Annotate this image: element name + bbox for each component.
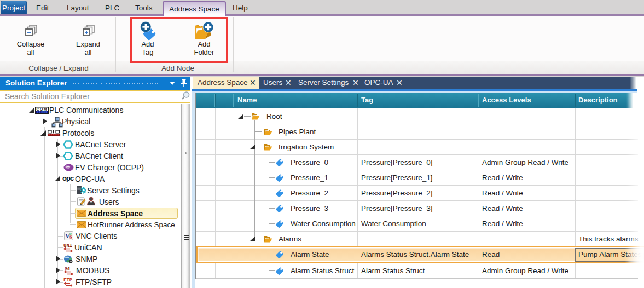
svg-text:N: N <box>70 233 72 235</box>
svg-text:FTP: FTP <box>63 278 73 283</box>
svg-text:UNI: UNI <box>63 243 72 249</box>
svg-text:V: V <box>65 232 70 240</box>
svg-text:OCPP: OCPP <box>66 166 73 169</box>
svg-text:M: M <box>65 265 71 272</box>
svg-text:COM: COM <box>37 107 47 111</box>
